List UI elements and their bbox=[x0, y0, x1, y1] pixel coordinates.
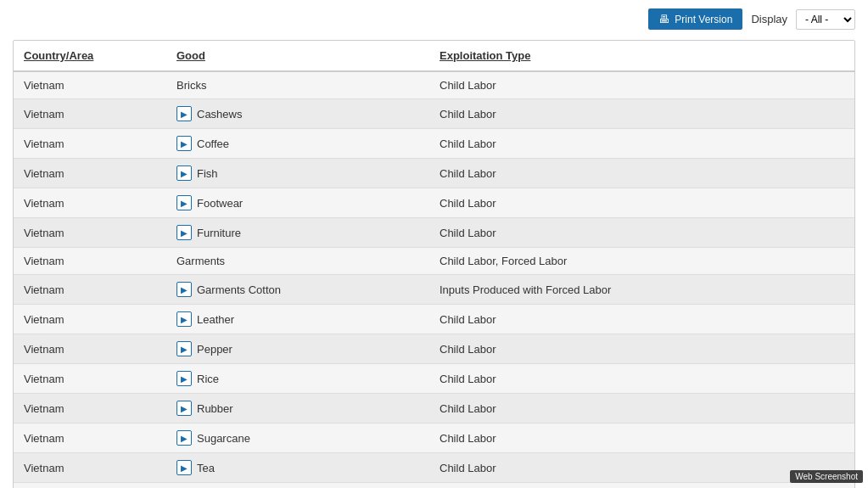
expand-arrow-icon[interactable]: ▶ bbox=[176, 401, 192, 416]
table-row: Vietnam▶FootwearChild Labor bbox=[14, 188, 854, 218]
cell-good[interactable]: ▶Rice bbox=[166, 364, 429, 394]
table-row: VietnamGarmentsChild Labor, Forced Labor bbox=[14, 248, 854, 275]
cell-good[interactable]: ▶Garments Cotton bbox=[166, 275, 429, 305]
cell-good[interactable]: ▶Fish bbox=[166, 159, 429, 188]
expand-arrow-icon[interactable]: ▶ bbox=[176, 311, 192, 327]
watermark: Web Screenshot bbox=[790, 470, 863, 483]
cell-exploitation: Child Labor bbox=[429, 159, 854, 188]
cell-good[interactable]: ▶Sugarcane bbox=[166, 423, 429, 453]
data-table-container: Country/Area Good Exploitation Type Viet… bbox=[13, 40, 855, 488]
cell-good: Bricks bbox=[166, 71, 429, 99]
table-row: Vietnam▶FishChild Labor bbox=[14, 159, 854, 188]
table-body: VietnamBricksChild LaborVietnam▶CashewsC… bbox=[14, 71, 854, 488]
table-row: Vietnam▶SugarcaneChild Labor bbox=[14, 423, 854, 453]
cell-exploitation: Child Labor bbox=[429, 129, 854, 159]
print-icon: 🖶 bbox=[658, 13, 669, 25]
cell-country: Vietnam bbox=[14, 129, 166, 159]
cell-country: Vietnam bbox=[14, 305, 166, 334]
cell-country: Vietnam bbox=[14, 99, 166, 129]
cell-exploitation: Child Labor bbox=[429, 218, 854, 248]
good-name: Bricks bbox=[176, 79, 206, 92]
expand-arrow-icon[interactable]: ▶ bbox=[176, 430, 192, 446]
good-name: Rice bbox=[197, 373, 219, 385]
display-select[interactable]: - All - bbox=[796, 9, 855, 30]
table-row: Vietnam▶PepperChild Labor bbox=[14, 334, 854, 364]
expand-arrow-icon[interactable]: ▶ bbox=[176, 195, 192, 210]
cell-exploitation: Child Labor bbox=[429, 423, 854, 453]
table-row: Vietnam▶FurnitureChild Labor bbox=[14, 218, 854, 248]
table-row: Vietnam▶CashewsChild Labor bbox=[14, 99, 854, 129]
good-name: Coffee bbox=[197, 137, 229, 150]
cell-country: Vietnam bbox=[14, 453, 166, 483]
good-name: Garments bbox=[176, 255, 225, 267]
cell-good[interactable]: ▶Cashews bbox=[166, 99, 429, 129]
cell-country: Vietnam bbox=[14, 275, 166, 305]
good-name: Cashews bbox=[197, 108, 242, 121]
print-button-label: Print Version bbox=[675, 14, 732, 25]
cell-exploitation: Child Labor bbox=[429, 71, 854, 99]
cell-good[interactable]: ▶Footwear bbox=[166, 188, 429, 218]
table-row: Vietnam▶TeaChild Labor bbox=[14, 453, 854, 483]
cell-good[interactable]: ▶Coffee bbox=[166, 129, 429, 159]
cell-good[interactable]: ▶Leather bbox=[166, 305, 429, 334]
good-name: Furniture bbox=[197, 227, 241, 239]
cell-good[interactable]: ▶Rubber bbox=[166, 394, 429, 423]
cell-country: Vietnam bbox=[14, 483, 166, 489]
expand-arrow-icon[interactable]: ▶ bbox=[176, 106, 192, 121]
data-table: Country/Area Good Exploitation Type Viet… bbox=[14, 41, 854, 488]
cell-good[interactable]: ▶Textiles bbox=[166, 483, 429, 489]
cell-country: Vietnam bbox=[14, 159, 166, 188]
table-header-row: Country/Area Good Exploitation Type bbox=[14, 41, 854, 71]
cell-exploitation: Child Labor bbox=[429, 305, 854, 334]
cell-country: Vietnam bbox=[14, 364, 166, 394]
cell-country: Vietnam bbox=[14, 394, 166, 423]
cell-country: Vietnam bbox=[14, 423, 166, 453]
cell-exploitation: Child Labor bbox=[429, 394, 854, 423]
cell-exploitation: Child Labor bbox=[429, 483, 854, 489]
expand-arrow-icon[interactable]: ▶ bbox=[176, 282, 192, 297]
column-header-country: Country/Area bbox=[14, 41, 166, 71]
expand-arrow-icon[interactable]: ▶ bbox=[176, 341, 192, 356]
table-row: VietnamBricksChild Labor bbox=[14, 71, 854, 99]
top-bar: 🖶 Print Version Display - All - bbox=[13, 8, 855, 30]
table-row: Vietnam▶RubberChild Labor bbox=[14, 394, 854, 423]
cell-good: Garments bbox=[166, 248, 429, 275]
table-row: Vietnam▶TextilesChild Labor bbox=[14, 483, 854, 489]
cell-country: Vietnam bbox=[14, 71, 166, 99]
cell-good[interactable]: ▶Tea bbox=[166, 453, 429, 483]
cell-exploitation: Child Labor bbox=[429, 188, 854, 218]
expand-arrow-icon[interactable]: ▶ bbox=[176, 136, 192, 151]
cell-good[interactable]: ▶Pepper bbox=[166, 334, 429, 364]
good-name: Footwear bbox=[197, 197, 243, 210]
cell-exploitation: Child Labor, Forced Labor bbox=[429, 248, 854, 275]
expand-arrow-icon[interactable]: ▶ bbox=[176, 165, 192, 181]
table-row: Vietnam▶Garments CottonInputs Produced w… bbox=[14, 275, 854, 305]
column-header-good: Good bbox=[166, 41, 429, 71]
table-row: Vietnam▶RiceChild Labor bbox=[14, 364, 854, 394]
table-row: Vietnam▶LeatherChild Labor bbox=[14, 305, 854, 334]
cell-exploitation: Child Labor bbox=[429, 364, 854, 394]
cell-country: Vietnam bbox=[14, 188, 166, 218]
good-name: Pepper bbox=[197, 343, 232, 356]
page-wrapper: 🖶 Print Version Display - All - Country/… bbox=[0, 0, 868, 488]
good-name: Fish bbox=[197, 167, 218, 180]
print-button[interactable]: 🖶 Print Version bbox=[648, 8, 742, 30]
cell-exploitation: Child Labor bbox=[429, 334, 854, 364]
display-label: Display bbox=[751, 13, 787, 25]
good-name: Leather bbox=[197, 313, 234, 326]
cell-country: Vietnam bbox=[14, 334, 166, 364]
expand-arrow-icon[interactable]: ▶ bbox=[176, 371, 192, 386]
good-name: Rubber bbox=[197, 402, 233, 415]
cell-exploitation: Child Labor bbox=[429, 99, 854, 129]
expand-arrow-icon[interactable]: ▶ bbox=[176, 460, 192, 475]
column-header-exploitation: Exploitation Type bbox=[429, 41, 854, 71]
good-name: Sugarcane bbox=[197, 432, 250, 445]
good-name: Garments Cotton bbox=[197, 283, 281, 296]
expand-arrow-icon[interactable]: ▶ bbox=[176, 225, 192, 240]
cell-country: Vietnam bbox=[14, 218, 166, 248]
cell-exploitation: Inputs Produced with Forced Labor bbox=[429, 275, 854, 305]
cell-country: Vietnam bbox=[14, 248, 166, 275]
good-name: Tea bbox=[197, 462, 215, 474]
cell-good[interactable]: ▶Furniture bbox=[166, 218, 429, 248]
table-row: Vietnam▶CoffeeChild Labor bbox=[14, 129, 854, 159]
